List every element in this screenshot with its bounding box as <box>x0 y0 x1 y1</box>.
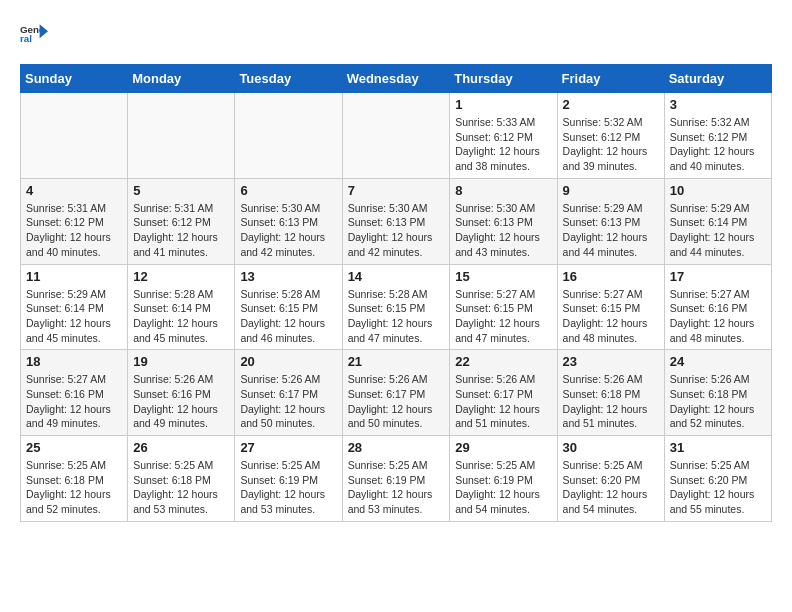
day-info: Sunrise: 5:30 AM Sunset: 6:13 PM Dayligh… <box>240 201 336 260</box>
day-info: Sunrise: 5:29 AM Sunset: 6:14 PM Dayligh… <box>26 287 122 346</box>
calendar-cell: 14Sunrise: 5:28 AM Sunset: 6:15 PM Dayli… <box>342 264 450 350</box>
day-number: 23 <box>563 354 659 369</box>
day-number: 8 <box>455 183 551 198</box>
calendar-cell: 10Sunrise: 5:29 AM Sunset: 6:14 PM Dayli… <box>664 178 771 264</box>
calendar-table: SundayMondayTuesdayWednesdayThursdayFrid… <box>20 64 772 522</box>
calendar-cell: 13Sunrise: 5:28 AM Sunset: 6:15 PM Dayli… <box>235 264 342 350</box>
day-info: Sunrise: 5:25 AM Sunset: 6:20 PM Dayligh… <box>563 458 659 517</box>
calendar-week-1: 1Sunrise: 5:33 AM Sunset: 6:12 PM Daylig… <box>21 93 772 179</box>
day-number: 27 <box>240 440 336 455</box>
calendar-cell: 7Sunrise: 5:30 AM Sunset: 6:13 PM Daylig… <box>342 178 450 264</box>
day-number: 30 <box>563 440 659 455</box>
logo-icon: General <box>20 20 48 48</box>
weekday-header-wednesday: Wednesday <box>342 65 450 93</box>
day-number: 21 <box>348 354 445 369</box>
day-info: Sunrise: 5:25 AM Sunset: 6:18 PM Dayligh… <box>133 458 229 517</box>
calendar-cell: 24Sunrise: 5:26 AM Sunset: 6:18 PM Dayli… <box>664 350 771 436</box>
day-number: 10 <box>670 183 766 198</box>
calendar-cell: 28Sunrise: 5:25 AM Sunset: 6:19 PM Dayli… <box>342 436 450 522</box>
calendar-cell: 21Sunrise: 5:26 AM Sunset: 6:17 PM Dayli… <box>342 350 450 436</box>
day-info: Sunrise: 5:32 AM Sunset: 6:12 PM Dayligh… <box>563 115 659 174</box>
day-number: 22 <box>455 354 551 369</box>
calendar-cell: 11Sunrise: 5:29 AM Sunset: 6:14 PM Dayli… <box>21 264 128 350</box>
day-info: Sunrise: 5:27 AM Sunset: 6:16 PM Dayligh… <box>670 287 766 346</box>
day-number: 14 <box>348 269 445 284</box>
day-number: 13 <box>240 269 336 284</box>
calendar-cell: 5Sunrise: 5:31 AM Sunset: 6:12 PM Daylig… <box>128 178 235 264</box>
day-number: 11 <box>26 269 122 284</box>
day-number: 4 <box>26 183 122 198</box>
day-info: Sunrise: 5:25 AM Sunset: 6:20 PM Dayligh… <box>670 458 766 517</box>
calendar-cell: 16Sunrise: 5:27 AM Sunset: 6:15 PM Dayli… <box>557 264 664 350</box>
day-number: 12 <box>133 269 229 284</box>
day-number: 26 <box>133 440 229 455</box>
calendar-cell: 8Sunrise: 5:30 AM Sunset: 6:13 PM Daylig… <box>450 178 557 264</box>
day-number: 19 <box>133 354 229 369</box>
calendar-cell: 20Sunrise: 5:26 AM Sunset: 6:17 PM Dayli… <box>235 350 342 436</box>
calendar-cell: 22Sunrise: 5:26 AM Sunset: 6:17 PM Dayli… <box>450 350 557 436</box>
day-info: Sunrise: 5:27 AM Sunset: 6:15 PM Dayligh… <box>455 287 551 346</box>
day-info: Sunrise: 5:33 AM Sunset: 6:12 PM Dayligh… <box>455 115 551 174</box>
weekday-header-sunday: Sunday <box>21 65 128 93</box>
calendar-cell <box>235 93 342 179</box>
day-number: 7 <box>348 183 445 198</box>
day-info: Sunrise: 5:26 AM Sunset: 6:17 PM Dayligh… <box>348 372 445 431</box>
day-info: Sunrise: 5:25 AM Sunset: 6:19 PM Dayligh… <box>348 458 445 517</box>
day-info: Sunrise: 5:25 AM Sunset: 6:18 PM Dayligh… <box>26 458 122 517</box>
day-info: Sunrise: 5:26 AM Sunset: 6:18 PM Dayligh… <box>670 372 766 431</box>
day-number: 1 <box>455 97 551 112</box>
day-info: Sunrise: 5:27 AM Sunset: 6:15 PM Dayligh… <box>563 287 659 346</box>
day-number: 18 <box>26 354 122 369</box>
day-number: 5 <box>133 183 229 198</box>
day-number: 17 <box>670 269 766 284</box>
calendar-week-4: 18Sunrise: 5:27 AM Sunset: 6:16 PM Dayli… <box>21 350 772 436</box>
calendar-cell: 15Sunrise: 5:27 AM Sunset: 6:15 PM Dayli… <box>450 264 557 350</box>
day-info: Sunrise: 5:28 AM Sunset: 6:15 PM Dayligh… <box>240 287 336 346</box>
calendar-cell: 1Sunrise: 5:33 AM Sunset: 6:12 PM Daylig… <box>450 93 557 179</box>
calendar-cell: 27Sunrise: 5:25 AM Sunset: 6:19 PM Dayli… <box>235 436 342 522</box>
calendar-cell: 17Sunrise: 5:27 AM Sunset: 6:16 PM Dayli… <box>664 264 771 350</box>
day-info: Sunrise: 5:27 AM Sunset: 6:16 PM Dayligh… <box>26 372 122 431</box>
day-number: 20 <box>240 354 336 369</box>
day-info: Sunrise: 5:30 AM Sunset: 6:13 PM Dayligh… <box>348 201 445 260</box>
calendar-cell: 9Sunrise: 5:29 AM Sunset: 6:13 PM Daylig… <box>557 178 664 264</box>
day-info: Sunrise: 5:26 AM Sunset: 6:18 PM Dayligh… <box>563 372 659 431</box>
day-number: 29 <box>455 440 551 455</box>
day-info: Sunrise: 5:30 AM Sunset: 6:13 PM Dayligh… <box>455 201 551 260</box>
calendar-cell <box>342 93 450 179</box>
calendar-cell: 31Sunrise: 5:25 AM Sunset: 6:20 PM Dayli… <box>664 436 771 522</box>
day-info: Sunrise: 5:29 AM Sunset: 6:14 PM Dayligh… <box>670 201 766 260</box>
weekday-header-tuesday: Tuesday <box>235 65 342 93</box>
calendar-week-3: 11Sunrise: 5:29 AM Sunset: 6:14 PM Dayli… <box>21 264 772 350</box>
weekday-header-row: SundayMondayTuesdayWednesdayThursdayFrid… <box>21 65 772 93</box>
day-number: 6 <box>240 183 336 198</box>
calendar-week-5: 25Sunrise: 5:25 AM Sunset: 6:18 PM Dayli… <box>21 436 772 522</box>
day-number: 25 <box>26 440 122 455</box>
weekday-header-thursday: Thursday <box>450 65 557 93</box>
day-number: 9 <box>563 183 659 198</box>
logo: General <box>20 20 52 48</box>
calendar-cell <box>21 93 128 179</box>
svg-text:ral: ral <box>20 33 32 44</box>
day-info: Sunrise: 5:32 AM Sunset: 6:12 PM Dayligh… <box>670 115 766 174</box>
day-info: Sunrise: 5:29 AM Sunset: 6:13 PM Dayligh… <box>563 201 659 260</box>
day-info: Sunrise: 5:25 AM Sunset: 6:19 PM Dayligh… <box>240 458 336 517</box>
calendar-cell: 19Sunrise: 5:26 AM Sunset: 6:16 PM Dayli… <box>128 350 235 436</box>
calendar-cell: 25Sunrise: 5:25 AM Sunset: 6:18 PM Dayli… <box>21 436 128 522</box>
calendar-cell: 30Sunrise: 5:25 AM Sunset: 6:20 PM Dayli… <box>557 436 664 522</box>
day-info: Sunrise: 5:26 AM Sunset: 6:16 PM Dayligh… <box>133 372 229 431</box>
day-info: Sunrise: 5:28 AM Sunset: 6:15 PM Dayligh… <box>348 287 445 346</box>
calendar-cell: 26Sunrise: 5:25 AM Sunset: 6:18 PM Dayli… <box>128 436 235 522</box>
day-info: Sunrise: 5:25 AM Sunset: 6:19 PM Dayligh… <box>455 458 551 517</box>
day-number: 31 <box>670 440 766 455</box>
day-number: 24 <box>670 354 766 369</box>
day-number: 28 <box>348 440 445 455</box>
day-info: Sunrise: 5:26 AM Sunset: 6:17 PM Dayligh… <box>240 372 336 431</box>
day-info: Sunrise: 5:31 AM Sunset: 6:12 PM Dayligh… <box>133 201 229 260</box>
calendar-cell <box>128 93 235 179</box>
weekday-header-friday: Friday <box>557 65 664 93</box>
weekday-header-monday: Monday <box>128 65 235 93</box>
day-number: 15 <box>455 269 551 284</box>
calendar-cell: 4Sunrise: 5:31 AM Sunset: 6:12 PM Daylig… <box>21 178 128 264</box>
page-header: General <box>20 20 772 48</box>
